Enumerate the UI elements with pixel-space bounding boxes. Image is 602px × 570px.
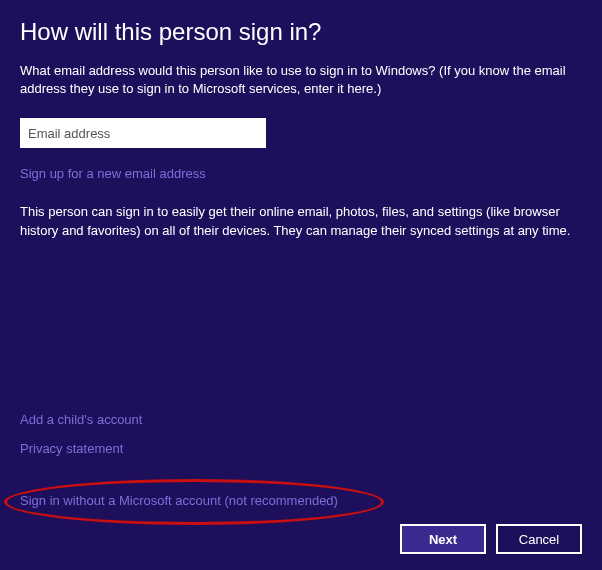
page-title: How will this person sign in? bbox=[20, 18, 582, 46]
no-account-link[interactable]: Sign in without a Microsoft account (not… bbox=[20, 493, 338, 508]
description-text: This person can sign in to easily get th… bbox=[20, 203, 582, 239]
bottom-links: Add a child's account Privacy statement bbox=[20, 412, 142, 470]
add-child-link[interactable]: Add a child's account bbox=[20, 412, 142, 427]
next-button[interactable]: Next bbox=[400, 524, 486, 554]
intro-text: What email address would this person lik… bbox=[20, 62, 582, 98]
email-input[interactable] bbox=[20, 118, 266, 148]
signup-link[interactable]: Sign up for a new email address bbox=[20, 166, 582, 181]
button-row: Next Cancel bbox=[400, 524, 582, 554]
cancel-button[interactable]: Cancel bbox=[496, 524, 582, 554]
no-account-link-wrapper: Sign in without a Microsoft account (not… bbox=[20, 493, 338, 508]
privacy-link[interactable]: Privacy statement bbox=[20, 441, 142, 456]
